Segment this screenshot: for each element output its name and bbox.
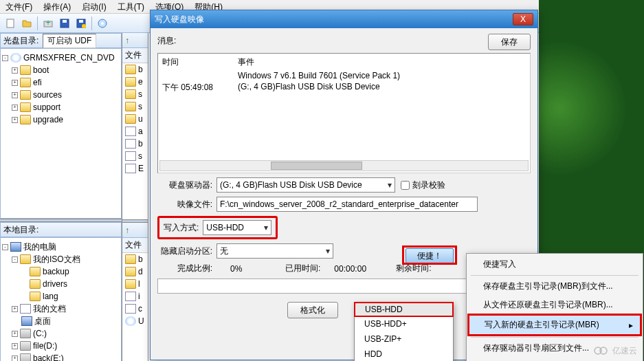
tree-item[interactable]: backup	[43, 267, 69, 276]
hide-select[interactable]: 无▾	[216, 243, 333, 259]
tree-item[interactable]: drivers	[43, 279, 67, 289]
add-icon[interactable]: +	[41, 16, 56, 31]
expand-icon[interactable]: +	[12, 355, 18, 362]
list-item[interactable]: b	[138, 139, 143, 149]
expand-icon[interactable]: +	[12, 343, 18, 349]
tree-item[interactable]: boot	[33, 65, 49, 75]
dropdown-item[interactable]: USB-HDD	[354, 302, 454, 317]
dropdown-item[interactable]: HDD	[355, 347, 453, 361]
folder-icon	[20, 102, 31, 112]
collapse-icon[interactable]: -	[2, 244, 8, 250]
list-item[interactable]: i	[138, 292, 140, 301]
highlight-write-method: 写入方式: USB-HDD▾	[157, 216, 278, 239]
dropdown-item[interactable]: USB-ZIP+	[355, 331, 453, 347]
expand-icon[interactable]: +	[12, 105, 18, 111]
expand-icon[interactable]: +	[12, 306, 18, 312]
list-item[interactable]: d	[138, 267, 143, 276]
folder-icon	[125, 102, 136, 111]
scrollbar-thumb[interactable]	[271, 162, 363, 170]
local-root-label[interactable]: 我的电脑	[23, 241, 56, 253]
local-header-label: 本地目录:	[3, 224, 38, 236]
list-item[interactable]: s	[138, 151, 142, 161]
col-time[interactable]: 时间	[162, 56, 238, 68]
mid-header: ↑	[122, 33, 148, 48]
desktop-icon	[21, 316, 32, 326]
tree-item[interactable]: (C:)	[33, 329, 47, 338]
tree-item[interactable]: upgrade	[33, 115, 63, 124]
tree-item[interactable]: 我的ISO文档	[33, 254, 80, 265]
tree-item[interactable]: efi	[33, 78, 42, 87]
message-list[interactable]: 时间 事件 Windows 7 v6.1 Build 7601 (Service…	[157, 53, 531, 173]
ctx-restore-mbr[interactable]: 从文件还原硬盘主引导记录(MBR)...	[468, 296, 641, 314]
expand-icon[interactable]: +	[12, 331, 18, 337]
col-header[interactable]: 文件	[122, 48, 148, 63]
dropdown-item[interactable]: USB-HDD+	[355, 316, 453, 331]
folder-icon	[20, 65, 31, 75]
list-item[interactable]: u	[138, 114, 143, 124]
local-tree[interactable]: -我的电脑 -我的ISO文档 backup drivers lang +我的文档…	[0, 237, 122, 361]
col-event[interactable]: 事件	[238, 56, 254, 68]
dialog-titlebar[interactable]: 写入硬盘映像 X	[151, 10, 537, 28]
saveas-icon[interactable]	[74, 16, 89, 31]
folder-icon	[30, 267, 41, 276]
disc-root-label[interactable]: GRMSXFRER_CN_DVD	[23, 53, 115, 63]
tree-item[interactable]: lang	[43, 292, 58, 301]
tree-item[interactable]: file(D:)	[33, 341, 57, 351]
burn-icon[interactable]	[95, 16, 110, 31]
ctx-quick-write[interactable]: 便捷写入	[468, 255, 641, 274]
format-button[interactable]: 格式化	[287, 302, 338, 318]
expand-icon[interactable]: +	[12, 117, 18, 123]
menu-file[interactable]: 文件(F)	[0, 0, 38, 13]
collapse-icon[interactable]: -	[2, 55, 8, 61]
col-header[interactable]: 文件	[122, 238, 148, 253]
list-item[interactable]: l	[138, 279, 140, 289]
tree-item[interactable]: support	[33, 102, 60, 112]
tree-item[interactable]: sources	[33, 90, 62, 100]
drive-select[interactable]: (G:, 4 GB)Flash USB Disk USB Device▾	[216, 177, 395, 193]
list-item[interactable]: E	[138, 164, 144, 173]
dialog-title: 写入硬盘映像	[155, 14, 204, 25]
new-icon[interactable]	[3, 16, 18, 31]
menu-boot[interactable]: 启动(I)	[76, 0, 111, 13]
up-icon[interactable]: ↑	[125, 36, 129, 45]
tree-item[interactable]: 我的文档	[33, 303, 66, 315]
menu-tools[interactable]: 工具(T)	[112, 0, 150, 13]
method-value: USB-HDD	[206, 223, 244, 232]
list-item[interactable]: s	[138, 102, 142, 111]
verify-checkbox[interactable]: 刻录校验	[401, 179, 445, 191]
close-button[interactable]: X	[513, 13, 533, 25]
list-item[interactable]: b	[138, 65, 143, 74]
list-item[interactable]: e	[138, 77, 143, 87]
expand-icon[interactable]: +	[12, 67, 18, 74]
menu-action[interactable]: 操作(A)	[38, 0, 76, 13]
chevron-down-icon: ▾	[384, 180, 392, 190]
tree-item[interactable]: back(E:)	[33, 353, 64, 361]
expand-icon[interactable]: +	[12, 80, 18, 86]
method-select[interactable]: USB-HDD▾	[203, 220, 271, 235]
list-item[interactable]: b	[138, 254, 143, 264]
list-item[interactable]: a	[138, 127, 143, 136]
event-text: (G:, 4 GB)Flash USB Disk USB Device	[238, 82, 380, 94]
ctx-save-mbr[interactable]: 保存硬盘主引导记录(MBR)到文件...	[468, 277, 641, 296]
disc-tree[interactable]: -GRMSXFRER_CN_DVD +boot +efi +sources +s…	[0, 48, 122, 219]
expand-icon[interactable]: +	[12, 92, 18, 98]
save-button[interactable]: 保存	[488, 34, 531, 50]
elapsed-value: 00:00:00	[334, 264, 382, 274]
tree-item[interactable]: 桌面	[34, 316, 51, 327]
open-icon[interactable]	[19, 16, 34, 31]
method-dropdown[interactable]: USB-HDD USB-HDD+ USB-ZIP+ HDD	[354, 302, 454, 361]
folder-icon	[30, 279, 41, 289]
list-item[interactable]: s	[138, 89, 142, 99]
collapse-icon[interactable]: -	[12, 256, 18, 263]
highlight-shortcut	[402, 245, 457, 265]
ctx-restore-bootsector[interactable]: 从文件还原驱动器引导扇区	[468, 358, 641, 361]
up-icon[interactable]: ↑	[125, 226, 129, 235]
list-item[interactable]: U	[138, 316, 144, 326]
save-icon[interactable]	[57, 16, 72, 31]
image-path-input[interactable]	[216, 197, 478, 212]
svg-rect-0	[7, 19, 14, 28]
ctx-write-new-mbr[interactable]: 写入新的硬盘主引导记录(MBR)▸	[467, 314, 642, 336]
separator	[471, 275, 639, 276]
list-item[interactable]: c	[138, 304, 142, 314]
scrollbar[interactable]	[159, 160, 529, 171]
